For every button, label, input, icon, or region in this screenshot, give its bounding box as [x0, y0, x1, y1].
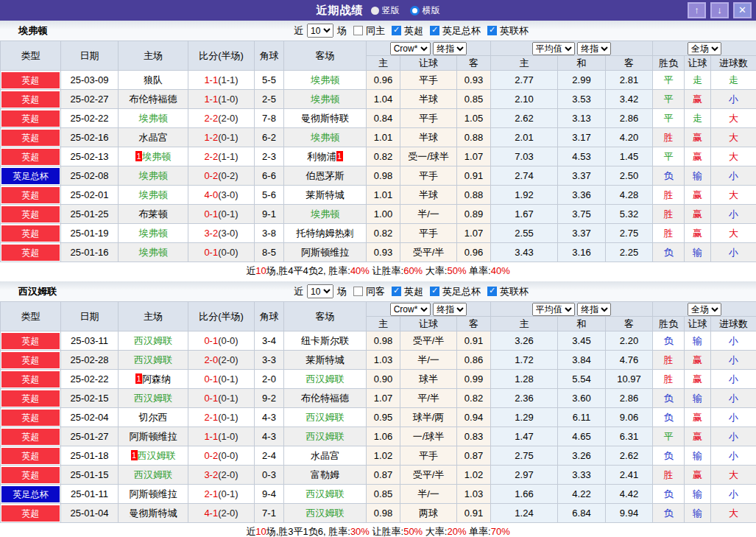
- result-handicap: 赢: [685, 370, 711, 389]
- league-badge: 英超: [1, 149, 60, 165]
- filter-bar: 近 10 场 同主 英超 英足总杯 英联杯: [294, 24, 529, 38]
- match-date: 25-02-22: [61, 109, 119, 128]
- league-facup-checkbox[interactable]: [430, 287, 439, 296]
- score: 0-1(0-1): [188, 370, 255, 389]
- corner-count: 4-3: [255, 408, 284, 427]
- avg-away: 2.81: [606, 71, 653, 90]
- handicap: 受平/半: [400, 331, 457, 351]
- same-venue-checkbox[interactable]: [353, 287, 363, 296]
- home-team: 布伦特福德: [119, 90, 188, 109]
- match-date: 25-03-09: [61, 71, 119, 90]
- league-epl-checkbox[interactable]: [392, 287, 401, 296]
- sub-col: 客: [457, 56, 491, 71]
- away-odds: 1.02: [457, 466, 491, 485]
- handicap: 受一/球半: [400, 147, 457, 166]
- match-date: 25-02-15: [61, 389, 119, 408]
- corner-count: 2-0: [255, 370, 284, 389]
- odds-company-select[interactable]: Crow*: [390, 303, 431, 316]
- avg-away: 2.86: [606, 109, 653, 128]
- away-odds: 1.03: [457, 485, 491, 504]
- summary-text: 大率:: [423, 526, 447, 537]
- move-down-button[interactable]: ↓: [710, 2, 729, 18]
- score: 4-0(3-0): [188, 186, 255, 205]
- summary-text: 场,胜3平1负6, 胜率:: [266, 526, 350, 537]
- match-count-select[interactable]: 10: [307, 284, 333, 298]
- radio-horizontal-icon[interactable]: [410, 6, 420, 15]
- avg-home: 1.92: [491, 186, 558, 205]
- odds-time-select[interactable]: 终指: [433, 303, 467, 316]
- match-row: 英超25-02-28西汉姆联2-0(2-0)3-3莱斯特城1.03半/一0.86…: [1, 351, 756, 370]
- league-type: 英超: [1, 446, 61, 466]
- odds-company-select[interactable]: Crow*: [390, 42, 431, 55]
- away-odds: 0.82: [457, 389, 491, 408]
- result-handicap: 走: [685, 109, 711, 128]
- result-group-header: 全场: [653, 41, 756, 56]
- match-date: 25-02-01: [61, 186, 119, 205]
- match-date: 25-03-11: [61, 331, 119, 351]
- result-goals: 小: [711, 389, 756, 408]
- avg-select[interactable]: 平均值: [532, 42, 575, 55]
- radio-vertical-icon[interactable]: [371, 7, 379, 15]
- score: 2-1(0-1): [188, 485, 255, 504]
- result-wdl: 平: [653, 147, 685, 166]
- same-venue-checkbox[interactable]: [353, 26, 363, 35]
- move-up-button[interactable]: ↑: [688, 2, 706, 18]
- avg-draw: 3.37: [558, 224, 606, 243]
- radio-horizontal-layout[interactable]: 横版: [410, 4, 440, 17]
- avg-select[interactable]: 平均值: [532, 303, 575, 316]
- home-team: 1阿森纳: [119, 370, 188, 389]
- match-count-select[interactable]: 10: [307, 24, 333, 38]
- corner-count: 8-5: [255, 243, 284, 262]
- scope-select[interactable]: 全场: [688, 42, 721, 55]
- sub-col: 胜负: [653, 317, 685, 331]
- league-eflcup-checkbox[interactable]: [487, 26, 497, 35]
- sub-col: 进球数: [711, 317, 756, 331]
- home-team: 曼彻斯特城: [119, 504, 188, 523]
- result-goals: 大: [711, 186, 756, 205]
- result-goals: 小: [711, 408, 756, 427]
- avg-home: 2.77: [491, 71, 558, 90]
- avg-away: 1.45: [606, 147, 653, 166]
- handicap: 平手: [400, 446, 457, 466]
- away-odds: 0.91: [457, 504, 491, 523]
- league-badge: 英超: [1, 130, 60, 146]
- league-eflcup-checkbox[interactable]: [487, 287, 497, 296]
- score: 0-1(0-1): [188, 389, 255, 408]
- league-type: 英超: [1, 427, 61, 446]
- summary-text: 单率:: [466, 526, 490, 537]
- result-wdl: 胜: [653, 186, 685, 205]
- odds-time-select[interactable]: 终指: [433, 42, 467, 55]
- home-team: 西汉姆联: [119, 389, 188, 408]
- match-date: 25-02-16: [61, 128, 119, 147]
- summary-stat-value: 10: [255, 265, 266, 276]
- match-date: 25-01-11: [61, 485, 119, 504]
- result-handicap: 输: [685, 389, 711, 408]
- summary-stat-value: 20%: [447, 526, 466, 537]
- avg-time-select[interactable]: 终指: [577, 303, 611, 316]
- league-facup-checkbox[interactable]: [430, 26, 439, 35]
- score: 2-2(1-1): [188, 147, 255, 166]
- score: 1-1(1-0): [188, 427, 255, 446]
- sub-col: 客: [606, 317, 653, 331]
- home-team: 西汉姆联: [119, 466, 188, 485]
- avg-time-select[interactable]: 终指: [577, 42, 611, 55]
- league-epl-checkbox[interactable]: [392, 26, 401, 35]
- avg-draw: 4.53: [558, 147, 606, 166]
- radio-vertical-layout[interactable]: 竖版: [371, 4, 400, 17]
- league-badge: 英超: [1, 390, 60, 407]
- games-label: 场: [337, 24, 347, 38]
- red-card-icon: 1: [131, 450, 138, 460]
- close-button[interactable]: ✕: [733, 2, 752, 18]
- match-row: 英超25-03-11西汉姆联0-1(0-0)3-4纽卡斯尔联0.98受平/半0.…: [1, 331, 756, 351]
- odds-group-header: Crow* 终指: [367, 302, 491, 317]
- league-badge: 英超: [1, 225, 60, 242]
- avg-group-header: 平均值 终指: [491, 41, 653, 56]
- radio-vertical-label: 竖版: [382, 4, 400, 17]
- away-odds: 0.88: [457, 186, 491, 205]
- near-label: 近: [294, 24, 303, 38]
- scope-select[interactable]: 全场: [688, 303, 721, 316]
- league-badge: 英超: [1, 448, 60, 464]
- result-goals: 大: [711, 224, 756, 243]
- league-facup-label: 英足总杯: [442, 285, 481, 298]
- league-eflcup-label: 英联杯: [500, 24, 529, 38]
